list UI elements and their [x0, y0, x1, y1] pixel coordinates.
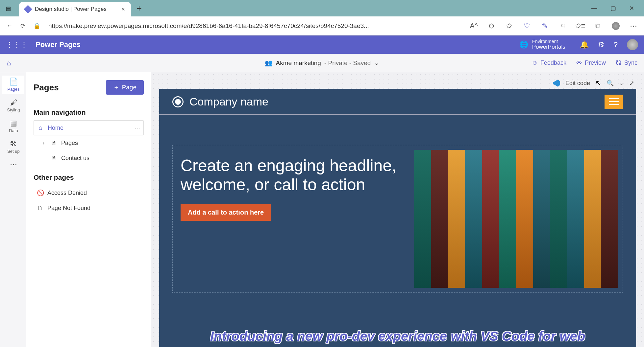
page-icon: 🗎	[51, 140, 57, 147]
plus-icon: ＋	[113, 83, 119, 92]
address-bar[interactable]: https://make.preview.powerpages.microsof…	[48, 22, 369, 30]
close-window-icon[interactable]: ✕	[629, 5, 634, 12]
globe-icon: 🌐	[519, 40, 528, 49]
nav-pages[interactable]: › 🗎 Pages	[34, 135, 144, 150]
nav-not-found[interactable]: 🗋 Page Not Found	[34, 200, 144, 216]
browser-tab[interactable]: Design studio | Power Pages ×	[19, 2, 131, 16]
hero-section[interactable]: Create an engaging headline, welcome, or…	[172, 145, 623, 293]
page-canvas[interactable]: Company name Create an engaging headline…	[159, 89, 636, 347]
people-icon: 👥	[265, 59, 273, 67]
fullscreen-icon[interactable]: ⤢	[629, 80, 634, 87]
edit-code-button[interactable]: Edit code	[565, 80, 590, 87]
ellipsis-icon: ⋯	[10, 160, 17, 169]
denied-icon: 🚫	[37, 189, 43, 197]
nav-home[interactable]: ⌂ Home ⋯	[34, 120, 144, 135]
lock-icon: 🔒	[33, 22, 40, 30]
environment-picker[interactable]: Environment PowerPortals	[532, 39, 565, 50]
home-icon[interactable]: ⌂	[7, 59, 11, 67]
sync-button[interactable]: 🗘Sync	[616, 59, 637, 66]
rail-pages[interactable]: 📄Pages	[2, 76, 24, 94]
more-icon[interactable]: ⋯	[630, 22, 637, 30]
promo-banner: Introducing a new pro-dev experience wit…	[159, 329, 636, 344]
minimize-icon[interactable]: —	[591, 5, 597, 12]
home-page-icon: ⌂	[37, 125, 44, 131]
cursor-icon: ↖	[595, 79, 601, 87]
item-more-icon[interactable]: ⋯	[134, 124, 140, 131]
chevron-right-icon[interactable]: ›	[40, 140, 47, 147]
profile-icon[interactable]	[612, 22, 620, 30]
eye-icon: 👁	[576, 59, 582, 66]
nav-access-denied[interactable]: 🚫 Access Denied	[34, 185, 144, 200]
hamburger-menu-icon[interactable]	[605, 95, 623, 109]
favicon-icon	[24, 5, 32, 13]
rail-setup[interactable]: 🛠Set up	[2, 138, 24, 156]
new-tab-button[interactable]: +	[134, 3, 144, 13]
rail-data[interactable]: ▦Data	[2, 117, 24, 135]
missing-page-icon: 🗋	[37, 205, 43, 212]
site-picker[interactable]: 👥 Akme marketing - Private - Saved ⌄	[265, 59, 380, 67]
cta-button[interactable]: Add a call to action here	[181, 204, 271, 221]
edit-icon[interactable]: ✎	[541, 22, 549, 30]
help-icon[interactable]: ?	[614, 40, 618, 49]
add-page-button[interactable]: ＋Page	[106, 80, 144, 95]
table-icon: ▦	[10, 119, 17, 127]
chevron-down-icon[interactable]: ⌄	[619, 80, 624, 87]
nav-contact[interactable]: › 🗎 Contact us	[34, 150, 144, 166]
close-tab-icon[interactable]: ×	[121, 6, 125, 13]
gear-icon: 🛠	[10, 140, 17, 148]
favorite-icon[interactable]: ✩	[505, 22, 513, 30]
notifications-icon[interactable]: 🔔	[580, 40, 589, 49]
page-icon: 🗎	[51, 155, 57, 162]
back-icon[interactable]: ←	[7, 22, 12, 29]
panel-title: Pages	[34, 82, 59, 93]
feedback-button[interactable]: ☺Feedback	[532, 59, 566, 66]
hero-headline[interactable]: Create an engaging headline, welcome, or…	[181, 156, 404, 194]
company-name[interactable]: Company name	[189, 95, 268, 108]
zoom-icon[interactable]: ⊖	[487, 22, 495, 30]
read-aloud-icon[interactable]: Aᴬ	[470, 22, 478, 30]
site-logo-icon	[172, 96, 184, 107]
collections-icon[interactable]: ⧉	[594, 22, 602, 30]
avatar[interactable]	[627, 39, 638, 50]
maximize-icon[interactable]: ▢	[610, 5, 616, 12]
page-icon: 📄	[9, 78, 18, 86]
favorites-list-icon[interactable]: ✩≡	[576, 22, 584, 30]
app-title: Power Pages	[36, 40, 81, 49]
refresh-icon[interactable]: ⟳	[20, 22, 25, 30]
vscode-icon	[553, 80, 560, 87]
extensions-icon[interactable]: ⌑	[558, 22, 566, 30]
chevron-down-icon[interactable]: ⌄	[374, 59, 379, 67]
zoom-in-icon[interactable]: 🔍	[607, 80, 614, 87]
heart-icon[interactable]: ♡	[523, 22, 531, 30]
brush-icon: 🖌	[10, 98, 17, 107]
hero-image[interactable]	[414, 150, 618, 288]
tab-actions-icon[interactable]: ▤	[3, 3, 13, 13]
preview-button[interactable]: 👁Preview	[576, 59, 606, 66]
settings-icon[interactable]: ⚙	[598, 40, 605, 49]
app-launcher-icon[interactable]: ⋮⋮⋮	[6, 40, 28, 49]
rail-more[interactable]: ⋯	[2, 158, 24, 171]
sync-icon: 🗘	[616, 59, 622, 66]
tab-title: Design studio | Power Pages	[35, 6, 107, 12]
rail-styling[interactable]: 🖌Styling	[2, 96, 24, 114]
feedback-icon: ☺	[532, 59, 537, 66]
section-other-pages: Other pages	[34, 174, 144, 181]
section-main-nav: Main navigation	[34, 108, 144, 116]
